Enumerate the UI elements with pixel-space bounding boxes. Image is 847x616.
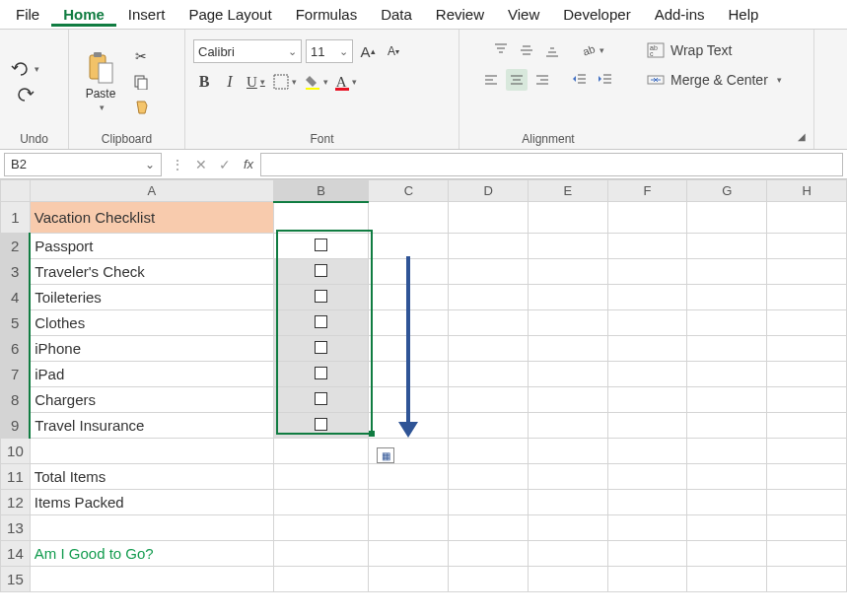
cell[interactable]: [273, 336, 369, 362]
cell[interactable]: Chargers: [30, 387, 273, 413]
cell[interactable]: [607, 490, 687, 515]
cell[interactable]: [607, 202, 687, 234]
cell[interactable]: [687, 490, 767, 515]
menu-insert[interactable]: Insert: [116, 2, 177, 27]
select-all-corner[interactable]: [1, 180, 31, 202]
cell[interactable]: [273, 362, 369, 387]
row-header[interactable]: 6: [1, 336, 31, 362]
cell[interactable]: [767, 464, 847, 490]
cell[interactable]: [767, 362, 847, 387]
row-header[interactable]: 10: [1, 439, 31, 464]
cell[interactable]: [449, 387, 529, 413]
redo-button[interactable]: [12, 84, 37, 105]
cancel-formula-button[interactable]: ✕: [189, 157, 213, 172]
cell[interactable]: [687, 310, 767, 336]
formula-input[interactable]: [260, 153, 843, 176]
cell[interactable]: [273, 439, 369, 464]
col-header-G[interactable]: G: [687, 180, 767, 202]
menu-formulas[interactable]: Formulas: [284, 2, 370, 27]
cell[interactable]: [767, 310, 847, 336]
cell[interactable]: [369, 202, 449, 234]
cell[interactable]: Vacation Checklist: [30, 202, 273, 234]
row-header[interactable]: 3: [1, 259, 31, 285]
cell[interactable]: [449, 515, 529, 541]
format-painter-button[interactable]: [130, 97, 152, 118]
cell[interactable]: [767, 234, 847, 259]
cell[interactable]: [449, 567, 529, 592]
cell[interactable]: [449, 439, 529, 464]
cell[interactable]: [528, 234, 607, 259]
checkbox-icon[interactable]: [315, 239, 327, 251]
cell[interactable]: [369, 541, 449, 567]
menu-data[interactable]: Data: [369, 2, 424, 27]
cell[interactable]: [449, 259, 529, 285]
row-header[interactable]: 15: [1, 567, 31, 592]
cell[interactable]: [528, 387, 607, 413]
wrap-text-button[interactable]: abc Wrap Text: [645, 39, 735, 61]
cell[interactable]: [607, 464, 687, 490]
cell[interactable]: [449, 490, 529, 515]
cell[interactable]: [528, 515, 607, 541]
cell[interactable]: [369, 336, 449, 362]
cell[interactable]: [449, 464, 529, 490]
cell[interactable]: [369, 413, 449, 439]
cell[interactable]: [273, 259, 369, 285]
font-size-select[interactable]: 11: [306, 39, 353, 63]
cell[interactable]: [273, 202, 369, 234]
row-header[interactable]: 1: [1, 202, 31, 234]
cell[interactable]: [767, 413, 847, 439]
fx-button[interactable]: fx: [237, 157, 260, 171]
cell[interactable]: Passport: [30, 234, 273, 259]
spreadsheet-table[interactable]: A B C D E F G H 1Vacation Checklist2Pass…: [0, 179, 847, 592]
cell[interactable]: Total Items: [30, 464, 273, 490]
undo-button[interactable]: [8, 58, 41, 80]
cell[interactable]: [528, 285, 607, 310]
cell[interactable]: [687, 541, 767, 567]
align-right-button[interactable]: [531, 69, 553, 91]
cell[interactable]: iPad: [30, 362, 273, 387]
shrink-font-button[interactable]: A▾: [383, 40, 404, 62]
bold-button[interactable]: B: [193, 71, 215, 93]
cell[interactable]: [607, 362, 687, 387]
cell[interactable]: [369, 515, 449, 541]
cell[interactable]: iPhone: [30, 336, 273, 362]
menu-view[interactable]: View: [496, 2, 551, 27]
align-bottom-button[interactable]: [541, 39, 563, 61]
cell[interactable]: [528, 413, 607, 439]
orientation-button[interactable]: ab: [579, 39, 606, 61]
cell[interactable]: [273, 310, 369, 336]
cell[interactable]: [607, 285, 687, 310]
row-header[interactable]: 4: [1, 285, 31, 310]
row-header[interactable]: 8: [1, 387, 31, 413]
checkbox-icon[interactable]: [315, 341, 327, 354]
cell[interactable]: [273, 490, 369, 515]
align-middle-button[interactable]: [516, 39, 537, 61]
cell[interactable]: [369, 567, 449, 592]
col-header-C[interactable]: C: [369, 180, 449, 202]
cell[interactable]: [528, 362, 607, 387]
align-top-button[interactable]: [490, 39, 512, 61]
name-box[interactable]: B2: [4, 153, 162, 176]
cell[interactable]: [369, 464, 449, 490]
checkbox-icon[interactable]: [315, 290, 327, 303]
merge-center-button[interactable]: Merge & Center: [645, 69, 784, 91]
cell[interactable]: [607, 567, 687, 592]
checkbox-icon[interactable]: [315, 367, 327, 379]
cut-button[interactable]: ✂: [130, 45, 152, 67]
paste-button[interactable]: Paste: [77, 51, 124, 112]
alignment-launcher-icon[interactable]: ◢: [798, 127, 806, 147]
cell[interactable]: [687, 336, 767, 362]
cell[interactable]: Travel Insurance: [30, 413, 273, 439]
menu-addins[interactable]: Add-ins: [643, 2, 717, 27]
cell[interactable]: [687, 202, 767, 234]
cell[interactable]: [607, 515, 687, 541]
cell[interactable]: [687, 362, 767, 387]
menu-review[interactable]: Review: [424, 2, 496, 27]
col-header-D[interactable]: D: [449, 180, 529, 202]
cell[interactable]: [449, 285, 529, 310]
cell[interactable]: Am I Good to Go?: [30, 541, 273, 567]
col-header-F[interactable]: F: [607, 180, 687, 202]
formula-bar-expand-icon[interactable]: ⋮: [166, 157, 189, 172]
menu-home[interactable]: Home: [51, 2, 116, 27]
cell[interactable]: [687, 515, 767, 541]
